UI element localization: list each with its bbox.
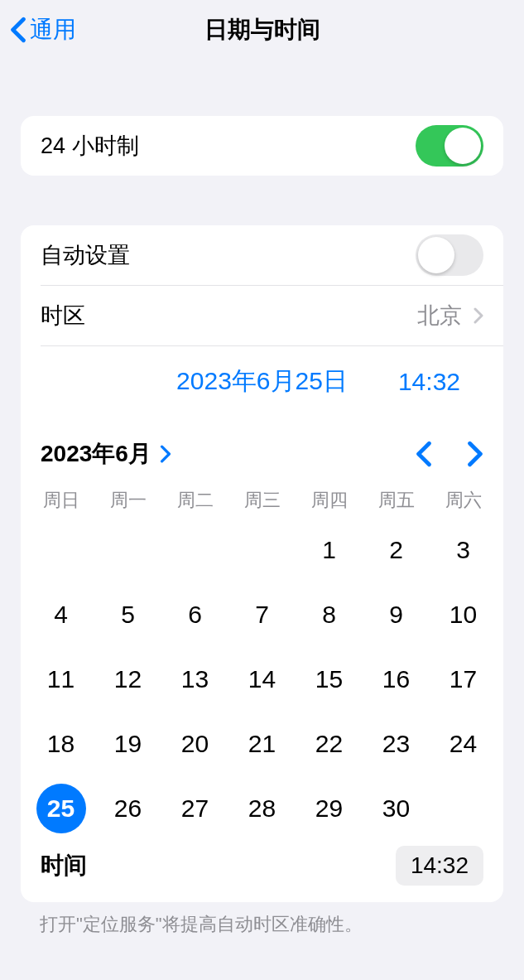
- weekday-header: 周六: [430, 488, 497, 513]
- toggle-knob: [418, 237, 454, 273]
- calendar-day[interactable]: 25: [27, 776, 94, 841]
- calendar-day[interactable]: 27: [161, 776, 228, 841]
- calendar-day[interactable]: 4: [27, 582, 94, 647]
- calendar-day[interactable]: 8: [296, 582, 363, 647]
- weekday-header: 周二: [161, 488, 228, 513]
- calendar-day[interactable]: 21: [228, 712, 296, 776]
- auto-set-label: 自动设置: [41, 240, 130, 270]
- chevron-left-icon: [10, 17, 26, 43]
- timezone-row[interactable]: 时区 北京: [21, 286, 503, 345]
- back-label: 通用: [30, 14, 76, 46]
- toggle-knob: [445, 128, 481, 164]
- calendar-day[interactable]: 17: [430, 647, 497, 712]
- auto-set-toggle[interactable]: [416, 234, 483, 276]
- weekday-header: 周一: [94, 488, 161, 513]
- calendar-empty-cell: [228, 518, 296, 582]
- calendar-day[interactable]: 30: [363, 776, 430, 841]
- next-month-button[interactable]: [467, 441, 483, 467]
- weekday-header: 周四: [296, 488, 363, 513]
- calendar-day[interactable]: 7: [228, 582, 296, 647]
- calendar-day[interactable]: 19: [94, 712, 161, 776]
- calendar-day[interactable]: 3: [430, 518, 497, 582]
- calendar-day[interactable]: 6: [161, 582, 228, 647]
- calendar-day[interactable]: 5: [94, 582, 161, 647]
- calendar-day[interactable]: 1: [296, 518, 363, 582]
- month-label: 2023年6月: [41, 438, 151, 470]
- calendar-day[interactable]: 23: [363, 712, 430, 776]
- auto-set-row: 自动设置: [21, 225, 503, 285]
- calendar-day[interactable]: 11: [27, 647, 94, 712]
- calendar-day[interactable]: 2: [363, 518, 430, 582]
- calendar-day[interactable]: 18: [27, 712, 94, 776]
- calendar-empty-cell: [27, 518, 94, 582]
- back-button[interactable]: 通用: [0, 14, 76, 46]
- calendar-day[interactable]: 22: [296, 712, 363, 776]
- calendar-day[interactable]: 16: [363, 647, 430, 712]
- calendar-day[interactable]: 28: [228, 776, 296, 841]
- twenty-four-hour-label: 24 小时制: [41, 131, 139, 161]
- timezone-value: 北京: [417, 301, 462, 331]
- time-picker-button[interactable]: 14:32: [396, 846, 483, 886]
- calendar-day[interactable]: 13: [161, 647, 228, 712]
- calendar-day[interactable]: 12: [94, 647, 161, 712]
- twenty-four-hour-toggle[interactable]: [416, 125, 483, 167]
- current-date-button[interactable]: 2023年6月25日: [176, 364, 348, 398]
- time-label: 时间: [41, 850, 87, 881]
- calendar-day[interactable]: 26: [94, 776, 161, 841]
- month-picker-button[interactable]: 2023年6月: [41, 438, 171, 470]
- page-title: 日期与时间: [204, 14, 320, 46]
- calendar-empty-cell: [161, 518, 228, 582]
- calendar-day[interactable]: 15: [296, 647, 363, 712]
- twenty-four-hour-row: 24 小时制: [21, 116, 503, 176]
- weekday-header: 周日: [27, 488, 94, 513]
- current-time-button[interactable]: 14:32: [398, 368, 460, 396]
- prev-month-button[interactable]: [416, 441, 432, 467]
- timezone-label: 时区: [41, 301, 85, 331]
- footer-note: 打开"定位服务"将提高自动时区准确性。: [0, 902, 524, 937]
- calendar-day[interactable]: 24: [430, 712, 497, 776]
- calendar-day[interactable]: 14: [228, 647, 296, 712]
- calendar-empty-cell: [94, 518, 161, 582]
- weekday-header: 周三: [228, 488, 296, 513]
- chevron-right-icon: [160, 445, 171, 463]
- weekday-header: 周五: [363, 488, 430, 513]
- calendar-day[interactable]: 29: [296, 776, 363, 841]
- calendar-day[interactable]: 10: [430, 582, 497, 647]
- chevron-right-icon: [474, 307, 483, 324]
- calendar-day[interactable]: 20: [161, 712, 228, 776]
- calendar-day[interactable]: 9: [363, 582, 430, 647]
